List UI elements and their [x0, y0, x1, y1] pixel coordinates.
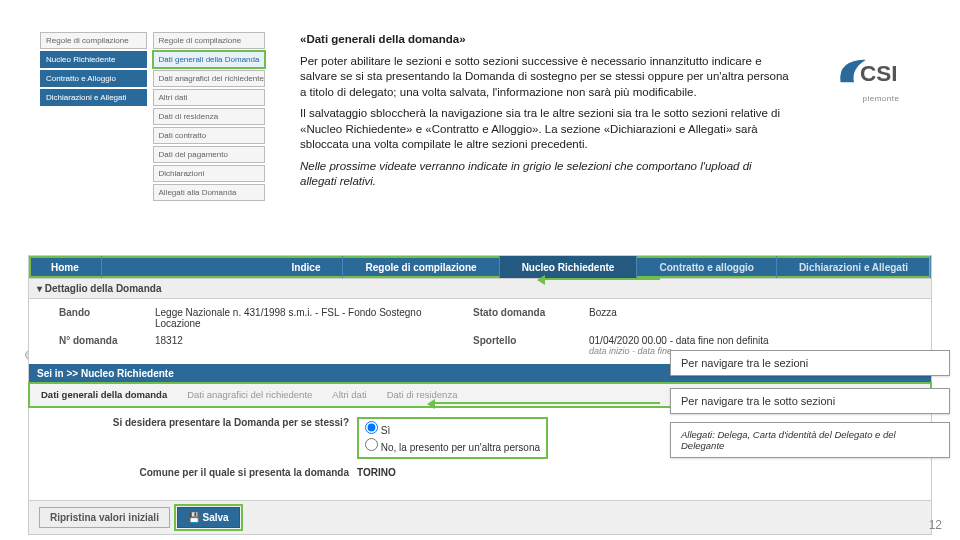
question-self: Si desidera presentare la Domanda per se…: [49, 417, 349, 428]
logo-caption: piemonte: [826, 94, 936, 103]
explain-p1: Per poter abilitare le sezioni e sotto s…: [300, 54, 790, 101]
mini-sidebar-item: Nucleo Richiedente: [40, 51, 147, 68]
explanation-block: «Dati generali della domanda» Per poter …: [300, 32, 790, 196]
explain-title: «Dati generali della domanda»: [300, 33, 466, 45]
button-row: Ripristina valori iniziali Salva: [29, 500, 931, 534]
mini-sidebar-item: Regole di compilazione: [40, 32, 147, 49]
nav-indice[interactable]: Indice: [270, 256, 344, 278]
radio-si[interactable]: Sì: [365, 421, 540, 436]
reset-button[interactable]: Ripristina valori iniziali: [39, 507, 170, 528]
explain-p2: Il salvataggio sbloccherà la navigazione…: [300, 106, 790, 153]
svg-text:CSI: CSI: [860, 61, 898, 86]
mini-sidebar-item: Dati generali della Domanda: [153, 51, 266, 68]
radio-no[interactable]: No, la presento per un'altra persona: [365, 438, 540, 453]
mini-sidebar-item: Altri dati: [153, 89, 266, 106]
sportello-label: Sportello: [473, 335, 583, 356]
stato-label: Stato domanda: [473, 307, 583, 329]
mini-sidebar-item: Dichiarazioni e Allegati: [40, 89, 147, 106]
mini-sidebar-item: Dichiarazioni: [153, 165, 266, 182]
page-number: 12: [929, 518, 942, 532]
numero-value: 18312: [155, 335, 467, 356]
detail-head[interactable]: ▾ Dettaglio della Domanda: [29, 278, 931, 299]
mini-sidebar-item: Dati contratto: [153, 127, 266, 144]
callout-allegati: Allegati: Delega, Carta d'identità del D…: [670, 422, 950, 458]
bando-value: Legge Nazionale n. 431/1998 s.m.i. - FSL…: [155, 307, 467, 329]
top-nav: Home Indice Regole di compilazione Nucle…: [29, 256, 931, 278]
explain-note: Nelle prossime videate verranno indicate…: [300, 159, 790, 190]
arrow-icon: [540, 278, 660, 280]
numero-label: N° domanda: [59, 335, 149, 356]
question-comune: Comune per il quale si presenta la doman…: [49, 467, 349, 478]
mini-sidebar: Regole di compilazioneNucleo Richiedente…: [40, 32, 265, 201]
subtab-altri[interactable]: Altri dati: [328, 387, 370, 402]
subtab-dati-generali[interactable]: Dati generali della domanda: [37, 387, 171, 402]
arrow-icon: [430, 402, 660, 404]
callout-subsections: Per navigare tra le sotto sezioni: [670, 388, 950, 414]
mini-sidebar-item: Allegati alla Domanda: [153, 184, 266, 201]
nav-regole[interactable]: Regole di compilazione: [343, 256, 499, 278]
comune-value: TORINO: [357, 467, 396, 478]
nav-dichiarazioni[interactable]: Dichiarazioni e Allegati: [777, 256, 931, 278]
mini-sidebar-item: Dati del pagamento: [153, 146, 266, 163]
mini-sidebar-item: Contratto e Alloggio: [40, 70, 147, 87]
radio-group-self: Sì No, la presento per un'altra persona: [357, 417, 548, 459]
nav-nucleo[interactable]: Nucleo Richiedente: [500, 256, 638, 278]
subtab-anagrafici[interactable]: Dati anagrafici del richiedente: [183, 387, 316, 402]
mini-sidebar-item: Dati anagrafici del richiedente: [153, 70, 266, 87]
mini-sidebar-item: Regole di compilazione: [153, 32, 266, 49]
radio-no-input[interactable]: [365, 438, 378, 451]
stato-value: Bozza: [589, 307, 901, 329]
callout-sections: Per navigare tra le sezioni: [670, 350, 950, 376]
nav-home[interactable]: Home: [29, 256, 102, 278]
save-button[interactable]: Salva: [177, 507, 240, 528]
csi-logo-icon: CSI: [836, 50, 926, 92]
nav-contratto[interactable]: Contratto e alloggio: [637, 256, 776, 278]
mini-sidebar-item: Dati di residenza: [153, 108, 266, 125]
bando-label: Bando: [59, 307, 149, 329]
csi-logo: CSI piemonte: [826, 50, 936, 103]
radio-si-input[interactable]: [365, 421, 378, 434]
sportello-value: 01/04/2020 00.00 - data fine non definit…: [589, 335, 901, 346]
